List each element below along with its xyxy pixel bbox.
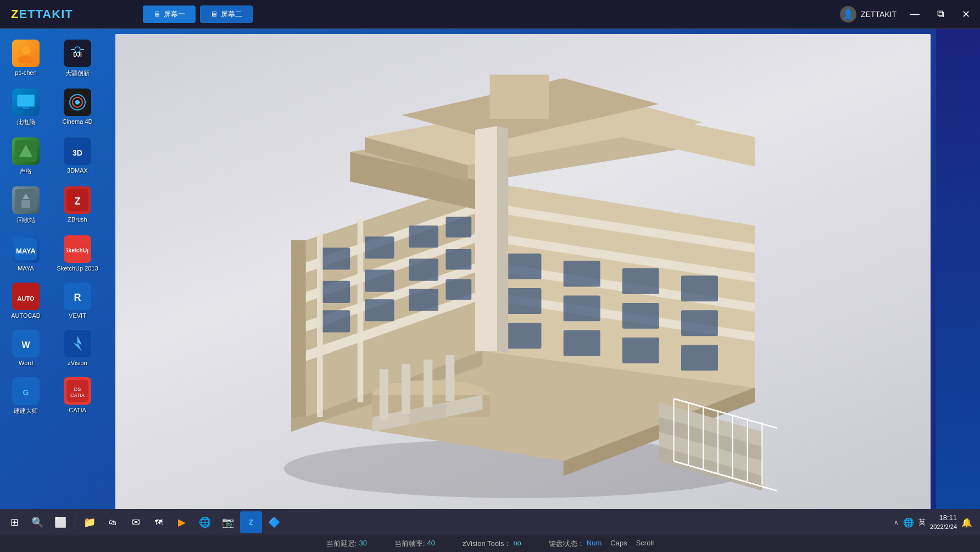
desktop-icon-revit[interactable]: R VEVIT: [53, 278, 102, 323]
language-indicator[interactable]: 英: [918, 517, 926, 527]
notification-icon[interactable]: 🔔: [961, 517, 972, 528]
autocad-label: AUTOCAD: [11, 312, 41, 319]
svg-rect-76: [622, 338, 659, 363]
camera-button[interactable]: 📷: [217, 511, 239, 533]
desktop-icon-autocad[interactable]: AUTO AUTOCAD: [1, 278, 51, 323]
scroll-value: Scroll: [636, 539, 654, 549]
recycle-icon: [12, 186, 40, 214]
svg-rect-58: [321, 281, 350, 303]
svg-rect-61: [446, 249, 471, 270]
svg-rect-9: [20, 109, 31, 110]
svg-rect-59: [365, 270, 394, 292]
3d-task-button[interactable]: 🔷: [263, 511, 285, 533]
scene-icon: [12, 137, 40, 165]
desktop-icon-dji[interactable]: DJI 大疆创新: [53, 35, 102, 82]
desktop-icon-zbrush[interactable]: Z ZBrush: [53, 182, 102, 229]
tray-time: 18:11: [939, 514, 957, 523]
latency-label: 当前延迟:: [326, 539, 357, 549]
building-svg: [115, 34, 931, 520]
titlebar-right: 👤 ZETTAKIT — ⧉ ✕: [840, 6, 980, 23]
sketchup-label: SketchUp 2013: [57, 265, 98, 272]
dji-label: 大疆创新: [65, 69, 90, 78]
zbrush-icon: Z: [64, 186, 91, 214]
jianzhu-label: 建建大师: [14, 407, 38, 415]
store-button[interactable]: 🛍: [102, 511, 124, 533]
taskview-button[interactable]: ⬜: [49, 511, 71, 533]
monitor-icon-img: [12, 89, 40, 116]
3dmax-label: 3DMAX: [67, 167, 88, 174]
tools-status: zVision Tools： no: [463, 539, 521, 549]
avatar-icon: 👤: [843, 9, 854, 19]
desktop-icon-cinema4d[interactable]: Cinema 4D: [53, 84, 102, 131]
svg-rect-63: [365, 299, 394, 321]
dji-icon: DJI: [64, 40, 91, 67]
maximize-button[interactable]: ⧉: [933, 8, 949, 20]
icon-row-3: 声络 3D 3DMAX: [0, 132, 110, 181]
user-avatar: 👤: [840, 6, 856, 23]
desktop-icon-scene[interactable]: 声络: [1, 133, 51, 180]
start-button[interactable]: ⊞: [3, 511, 25, 533]
desktop-icon-maya[interactable]: MAYA MAYA: [1, 231, 51, 276]
svg-rect-19: [21, 200, 30, 208]
desktop-icon-catia[interactable]: DS CATIA CATIA: [53, 373, 102, 419]
user-info: 👤 ZETTAKIT: [840, 6, 897, 23]
zettakit-task-button[interactable]: Z: [240, 511, 262, 533]
desktop-icons-panel: pc-chen DJI 大疆创新: [0, 29, 110, 526]
svg-point-1: [18, 56, 34, 63]
svg-text:MAYA: MAYA: [16, 247, 36, 255]
svg-rect-8: [23, 107, 29, 109]
mail-button[interactable]: ✉: [125, 511, 147, 533]
screen1-button[interactable]: 🖥 屏幕一: [143, 5, 196, 23]
chrome-button[interactable]: 🌐: [194, 511, 216, 533]
desktop-icon-3dmax[interactable]: 3D 3DMAX: [53, 133, 102, 180]
network-icon[interactable]: 🌐: [903, 517, 914, 528]
svg-rect-62: [321, 310, 350, 332]
desktop-icon-pcchen[interactable]: pc-chen: [1, 35, 51, 82]
desktop-icon-zvision[interactable]: zVision: [53, 325, 102, 371]
catia-icon: DS CATIA: [64, 377, 91, 405]
maps-button[interactable]: 🗺: [148, 511, 170, 533]
monitor1-icon: 🖥: [153, 10, 160, 18]
svg-marker-87: [475, 126, 497, 351]
screen2-button[interactable]: 🖥 屏幕二: [200, 5, 253, 23]
search-button[interactable]: 🔍: [26, 511, 48, 533]
chevron-icon[interactable]: ∧: [894, 518, 899, 526]
svg-rect-108: [402, 364, 410, 414]
system-tray: ∧ 🌐 英 18:11 2022/2/24 🔔: [894, 514, 977, 531]
svg-rect-84: [490, 75, 549, 119]
username-label: ZETTAKIT: [861, 10, 897, 19]
recycle-label: 回收站: [17, 216, 35, 224]
svg-rect-110: [446, 355, 454, 401]
viewer-panel: [115, 34, 931, 520]
tools-label: zVision Tools：: [463, 539, 511, 549]
svg-point-13: [75, 100, 80, 104]
maya-icon: MAYA: [12, 235, 40, 263]
taskbar: ⊞ 🔍 ⬜ 📁 🛍 ✉ 🗺 ▶ 🌐 📷 Z 🔷 ∧ 🌐 英 18:11 2022…: [0, 509, 980, 536]
close-button[interactable]: ✕: [957, 8, 975, 20]
svg-rect-66: [505, 253, 542, 279]
fps-status: 当前帧率: 40: [394, 539, 435, 549]
keyboard-status: 键盘状态： Num Caps Scroll: [549, 539, 654, 549]
desktop-icon-word[interactable]: W Word: [1, 325, 51, 371]
svg-point-0: [21, 46, 30, 54]
tools-value: no: [513, 539, 521, 549]
desktop-icon-recycle[interactable]: 回收站: [1, 182, 51, 229]
tray-date: 2022/2/24: [930, 523, 957, 531]
desktop-icon-jianzhu[interactable]: G 建建大师: [1, 373, 51, 419]
main-content: [110, 29, 980, 526]
status-bar: 当前延迟: 30 当前帧率: 40 zVision Tools： no 键盘状态…: [0, 536, 980, 552]
viewer-background: [115, 34, 931, 520]
svg-text:G: G: [23, 388, 29, 397]
svg-marker-44: [291, 240, 306, 417]
desktop-icon-sketchup[interactable]: SketchUp SketchUp 2013: [53, 231, 102, 276]
svg-text:R: R: [74, 292, 81, 303]
autocad-icon: AUTO: [12, 283, 40, 310]
arrow-button[interactable]: ▶: [171, 511, 193, 533]
catia-label: CATIA: [69, 407, 86, 413]
minimize-button[interactable]: —: [905, 8, 924, 20]
desktop-icon-monitor[interactable]: 此电脑: [1, 84, 51, 131]
explorer-button[interactable]: 📁: [79, 511, 101, 533]
svg-text:CATIA: CATIA: [70, 393, 85, 398]
svg-rect-72: [622, 303, 659, 329]
svg-text:3D: 3D: [73, 148, 82, 157]
